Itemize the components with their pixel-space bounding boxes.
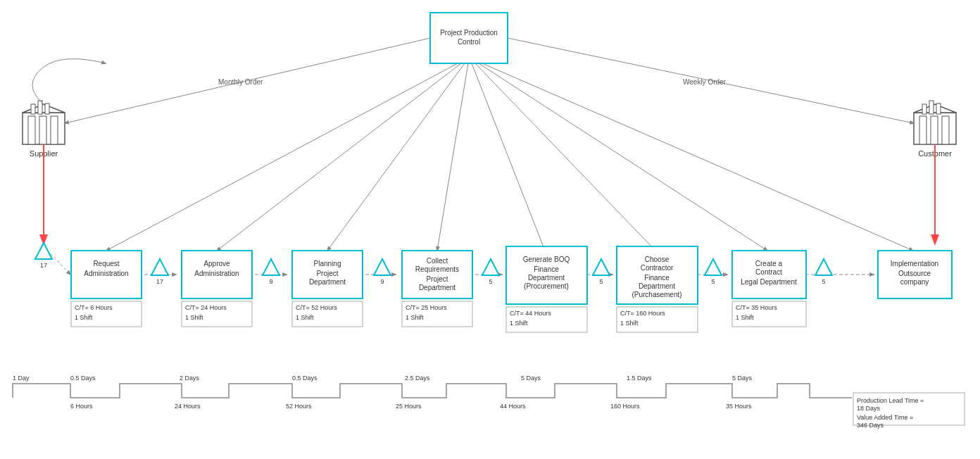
svg-text:2.5 Days: 2.5 Days [405, 375, 430, 382]
svg-text:C/T= 25 Hours: C/T= 25 Hours [406, 304, 447, 311]
svg-text:5: 5 [599, 278, 603, 285]
svg-text:1 Shift: 1 Shift [736, 314, 754, 321]
svg-rect-93 [71, 301, 142, 327]
svg-text:Legal Department: Legal Department [741, 278, 797, 286]
svg-text:1 Shift: 1 Shift [510, 320, 528, 327]
svg-rect-10 [45, 103, 49, 114]
svg-text:2 Days: 2 Days [180, 375, 200, 382]
svg-marker-81 [263, 259, 279, 275]
svg-text:Supplier: Supplier [30, 149, 58, 158]
svg-text:44 Hours: 44 Hours [500, 403, 526, 410]
svg-marker-79 [151, 259, 168, 275]
svg-rect-99 [292, 301, 363, 327]
svg-text:(Purchasement): (Purchasement) [632, 291, 681, 298]
svg-text:C/T= 24 Hours: C/T= 24 Hours [185, 304, 227, 311]
svg-text:5 Days: 5 Days [521, 375, 541, 382]
svg-text:Choose: Choose [645, 256, 670, 263]
svg-text:9: 9 [380, 278, 384, 285]
svg-line-21 [65, 38, 430, 123]
svg-line-29 [327, 63, 465, 251]
svg-rect-108 [617, 307, 698, 332]
svg-rect-53 [402, 251, 472, 298]
svg-text:Production Lead Time =: Production Lead Time = [857, 397, 924, 404]
svg-text:Control: Control [458, 38, 480, 46]
svg-rect-69 [732, 251, 806, 298]
svg-rect-18 [929, 101, 934, 114]
svg-rect-9 [38, 101, 42, 114]
main-svg: Project Production Control Supplier Cust… [0, 0, 980, 459]
svg-text:1 Shift: 1 Shift [620, 320, 639, 327]
svg-text:Contractor: Contractor [641, 264, 674, 272]
svg-rect-6 [39, 116, 46, 144]
svg-rect-73 [878, 251, 952, 298]
svg-rect-49 [292, 251, 363, 298]
svg-marker-4 [23, 104, 65, 113]
svg-line-28 [217, 63, 461, 251]
svg-text:52 Hours: 52 Hours [286, 403, 312, 410]
svg-text:Create a: Create a [755, 260, 783, 268]
svg-text:5: 5 [711, 278, 715, 285]
svg-marker-85 [482, 259, 499, 275]
svg-rect-7 [51, 116, 58, 144]
svg-rect-16 [942, 116, 949, 144]
svg-text:C/T= 52 Hours: C/T= 52 Hours [296, 304, 337, 311]
svg-text:Request: Request [93, 260, 119, 268]
svg-text:Requirements: Requirements [415, 265, 459, 273]
svg-rect-63 [617, 246, 698, 304]
svg-text:Department: Department [419, 284, 456, 291]
svg-text:5 Days: 5 Days [732, 375, 753, 382]
svg-rect-17 [922, 104, 926, 114]
svg-rect-8 [31, 104, 35, 114]
svg-rect-43 [71, 251, 142, 298]
svg-text:C/T= 44 Hours: C/T= 44 Hours [510, 310, 551, 317]
svg-text:0.5 Days: 0.5 Days [292, 375, 318, 382]
svg-text:1 Shift: 1 Shift [185, 314, 203, 321]
svg-marker-91 [815, 259, 832, 275]
svg-text:160 Hours: 160 Hours [610, 403, 640, 410]
svg-rect-46 [182, 251, 252, 298]
svg-rect-111 [732, 301, 806, 327]
svg-text:18 Days: 18 Days [857, 405, 881, 412]
svg-text:0.5 Days: 0.5 Days [70, 375, 96, 382]
svg-text:24 Hours: 24 Hours [175, 403, 201, 410]
svg-text:35 Hours: 35 Hours [726, 403, 752, 410]
svg-text:C/T= 6 Hours: C/T= 6 Hours [75, 304, 113, 311]
svg-line-34 [482, 63, 913, 251]
svg-rect-0 [430, 13, 508, 63]
svg-text:1 Day: 1 Day [13, 375, 30, 382]
svg-text:Project: Project [316, 270, 338, 277]
svg-text:1.5 Days: 1.5 Days [627, 375, 652, 382]
svg-text:1 Shift: 1 Shift [406, 314, 424, 321]
svg-text:17: 17 [156, 278, 163, 285]
svg-text:1 Shift: 1 Shift [75, 314, 93, 321]
svg-line-30 [437, 63, 468, 251]
svg-text:Finance: Finance [644, 274, 670, 282]
svg-line-32 [475, 63, 655, 251]
svg-rect-3 [23, 113, 65, 144]
svg-text:Weekly Order: Weekly Order [683, 78, 727, 86]
svg-rect-12 [914, 113, 956, 144]
svg-rect-15 [931, 116, 938, 144]
svg-rect-96 [182, 301, 252, 327]
svg-rect-105 [506, 307, 587, 332]
svg-text:346 Days: 346 Days [857, 422, 884, 429]
svg-text:5: 5 [489, 278, 492, 285]
svg-text:C/T= 35 Hours: C/T= 35 Hours [736, 304, 777, 311]
svg-line-27 [106, 63, 458, 251]
svg-text:1 Shift: 1 Shift [296, 314, 314, 321]
svg-text:17: 17 [40, 262, 47, 269]
svg-text:Approve: Approve [203, 260, 230, 268]
svg-rect-58 [506, 246, 587, 304]
svg-text:Administration: Administration [84, 270, 128, 277]
svg-text:Department: Department [639, 282, 675, 290]
svg-rect-102 [402, 301, 472, 327]
svg-text:(Procurement): (Procurement) [524, 282, 569, 290]
svg-line-23 [508, 38, 914, 123]
svg-text:C/T= 160 Hours: C/T= 160 Hours [620, 310, 665, 317]
svg-text:Project: Project [426, 275, 448, 283]
svg-text:25 Hours: 25 Hours [396, 403, 422, 410]
svg-line-33 [479, 63, 767, 251]
svg-marker-77 [35, 243, 52, 259]
svg-text:company: company [900, 278, 929, 286]
svg-marker-13 [914, 104, 956, 113]
